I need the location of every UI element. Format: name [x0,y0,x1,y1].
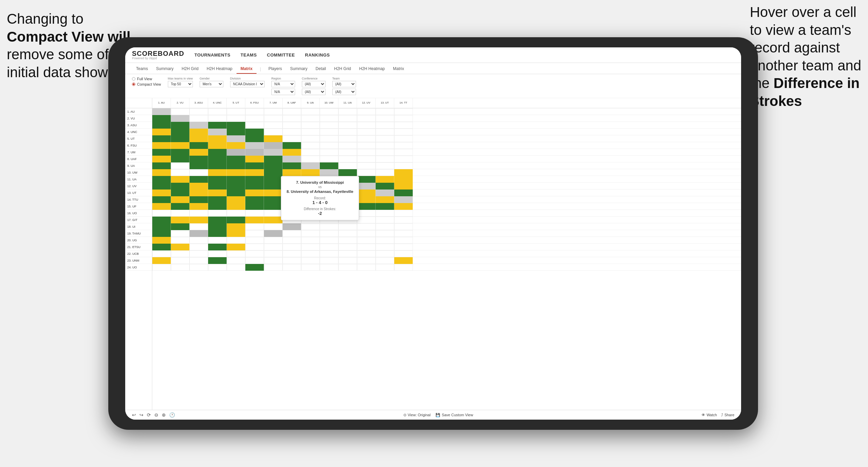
cell-18-2[interactable] [171,223,190,230]
cell-24-7[interactable] [264,264,283,271]
cell-9-14[interactable] [394,162,413,169]
nav-tournaments[interactable]: TOURNAMENTS [194,52,230,58]
cell-19-11[interactable] [338,230,357,237]
region-select[interactable]: N/A [271,81,295,87]
cell-19-13[interactable] [376,230,394,237]
cell-23-1[interactable] [152,257,171,264]
cell-12-14[interactable] [394,183,413,190]
team-select[interactable]: (All) [332,81,356,87]
cell-8-14[interactable] [394,156,413,162]
cell-7-1[interactable] [152,149,171,156]
zoom-out-icon[interactable]: ⊖ [154,412,158,418]
watch-btn[interactable]: 👁 Watch [702,413,717,417]
cell-21-9[interactable] [301,244,320,250]
cell-17-1[interactable] [152,217,171,223]
cell-24-13[interactable] [376,264,394,271]
cell-10-7[interactable] [264,169,283,176]
cell-3-13[interactable] [376,122,394,129]
cell-19-14[interactable] [394,230,413,237]
cell-16-6[interactable] [245,210,264,217]
cell-19-4[interactable] [208,230,227,237]
clock-icon[interactable]: 🕐 [169,412,175,418]
cell-4-1[interactable] [152,129,171,135]
cell-7-2[interactable] [171,149,190,156]
cell-12-1[interactable] [152,183,171,190]
cell-4-4[interactable] [208,129,227,135]
cell-13-14[interactable] [394,190,413,196]
cell-22-6[interactable] [245,250,264,257]
cell-2-4[interactable] [208,115,227,122]
cell-22-1[interactable] [152,250,171,257]
cell-17-12[interactable] [357,217,376,223]
cell-5-5[interactable] [227,135,245,142]
cell-6-8[interactable] [283,142,301,149]
cell-13-2[interactable] [171,190,190,196]
cell-5-8[interactable] [283,135,301,142]
cell-4-2[interactable] [171,129,190,135]
cell-19-10[interactable] [320,230,338,237]
max-teams-select[interactable]: Top 50 [168,81,193,87]
cell-14-3[interactable] [190,196,208,203]
cell-16-14[interactable] [394,210,413,217]
cell-16-12[interactable] [357,210,376,217]
cell-12-3[interactable] [190,183,208,190]
cell-7-13[interactable] [376,149,394,156]
tab-players-summary[interactable]: Summary [286,64,311,74]
redo-icon[interactable]: ↪ [139,412,143,418]
cell-5-4[interactable] [208,135,227,142]
cell-1-5[interactable] [227,108,245,115]
cell-19-5[interactable] [227,230,245,237]
cell-3-10[interactable] [320,122,338,129]
cell-8-3[interactable] [190,156,208,162]
cell-19-9[interactable] [301,230,320,237]
cell-14-7[interactable] [264,196,283,203]
cell-18-11[interactable] [338,223,357,230]
gender-select[interactable]: Men's [200,81,223,87]
cell-5-6[interactable] [245,135,264,142]
cell-15-4[interactable] [208,203,227,210]
cell-24-3[interactable] [190,264,208,271]
cell-6-10[interactable] [320,142,338,149]
cell-19-7[interactable] [264,230,283,237]
cell-8-6[interactable] [245,156,264,162]
cell-23-4[interactable] [208,257,227,264]
cell-12-4[interactable] [208,183,227,190]
cell-9-3[interactable] [190,162,208,169]
tab-matrix[interactable]: Matrix [237,64,257,74]
cell-20-2[interactable] [171,237,190,244]
cell-4-13[interactable] [376,129,394,135]
cell-11-13[interactable] [376,176,394,183]
cell-18-3[interactable] [190,223,208,230]
cell-16-3[interactable] [190,210,208,217]
cell-6-14[interactable] [394,142,413,149]
cell-18-14[interactable] [394,223,413,230]
cell-10-9[interactable] [301,169,320,176]
cell-12-7[interactable] [264,183,283,190]
cell-23-6[interactable] [245,257,264,264]
cell-1-2[interactable] [171,108,190,115]
cell-24-9[interactable] [301,264,320,271]
cell-15-5[interactable] [227,203,245,210]
cell-7-5[interactable] [227,149,245,156]
cell-10-2[interactable] [171,169,190,176]
cell-4-12[interactable] [357,129,376,135]
cell-11-3[interactable] [190,176,208,183]
cell-8-11[interactable] [338,156,357,162]
cell-2-12[interactable] [357,115,376,122]
cell-6-11[interactable] [338,142,357,149]
cell-20-1[interactable] [152,237,171,244]
cell-15-6[interactable] [245,203,264,210]
cell-18-12[interactable] [357,223,376,230]
cell-21-5[interactable] [227,244,245,250]
cell-6-6[interactable] [245,142,264,149]
cell-13-7[interactable] [264,190,283,196]
cell-3-8[interactable] [283,122,301,129]
cell-14-2[interactable] [171,196,190,203]
full-view-option[interactable]: Full View [132,77,161,81]
cell-21-12[interactable] [357,244,376,250]
cell-16-1[interactable] [152,210,171,217]
tab-players-matrix[interactable]: Matrix [389,64,408,74]
cell-2-3[interactable] [190,115,208,122]
cell-10-5[interactable] [227,169,245,176]
tab-summary[interactable]: Summary [152,64,177,74]
